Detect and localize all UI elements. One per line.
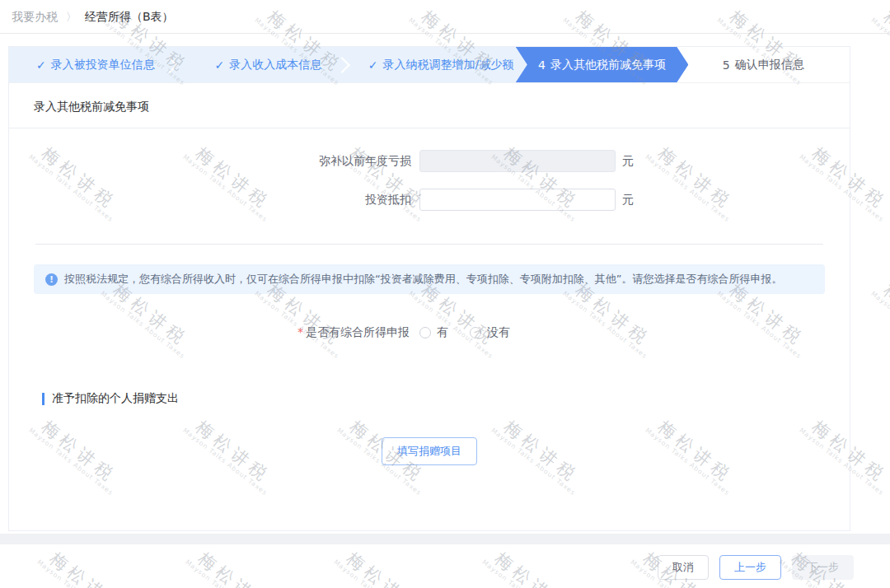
field-row-investment-offset: 投资抵扣 元	[9, 189, 850, 211]
step-wizard: ✓ 录入被投资单位信息 ✓ 录入收入成本信息 ✓ 录入纳税调整增加/减少额 4 …	[9, 47, 850, 83]
field-label: 投资抵扣	[9, 193, 419, 208]
field-label: 弥补以前年度亏损	[9, 154, 419, 169]
step-label: 录入纳税调整增加/减少额	[382, 58, 513, 72]
step-label: 确认申报信息	[735, 58, 804, 72]
radio-circle-icon[interactable]	[470, 327, 481, 338]
watermark: 梅松讲税Mayson Talks About Taxes	[876, 278, 890, 365]
field-row-prior-year-loss: 弥补以前年度亏损 元	[9, 150, 850, 172]
investment-offset-input[interactable]	[419, 189, 616, 211]
step-label: 录入被投资单位信息	[51, 58, 155, 72]
check-icon: ✓	[36, 58, 46, 72]
unit-label: 元	[622, 193, 634, 208]
unit-label: 元	[622, 154, 634, 169]
radio-group-label: *是否有综合所得申报	[9, 325, 419, 340]
footer-action-bar: 取消 上一步 下一步	[0, 544, 890, 588]
notice-text: 按照税法规定，您有综合所得收入时，仅可在综合所得申报中扣除“投资者减除费用、专项…	[64, 272, 782, 287]
check-icon: ✓	[368, 58, 378, 72]
page-title: 录入其他税前减免事项	[9, 83, 850, 128]
breadcrumb: 我要办税 〉 经营所得（B表）	[0, 0, 890, 33]
check-icon: ✓	[215, 58, 225, 72]
step-1-invested-unit-info[interactable]: ✓ 录入被投资单位信息	[9, 47, 182, 82]
donation-title-text: 准予扣除的个人捐赠支出	[52, 391, 179, 406]
cancel-button[interactable]: 取消	[658, 555, 709, 580]
step-2-income-cost-info[interactable]: ✓ 录入收入成本信息	[182, 47, 355, 82]
radio-option-no[interactable]: 没有	[470, 325, 510, 340]
step-number: 4	[538, 58, 546, 72]
breadcrumb-separator-icon: 〉	[66, 10, 77, 25]
required-asterisk: *	[297, 325, 303, 338]
section-divider	[35, 244, 823, 245]
title-accent-bar	[42, 393, 44, 405]
step-5-confirm-declaration[interactable]: 5 确认申报信息	[677, 47, 850, 82]
radio-circle-icon[interactable]	[419, 327, 431, 338]
page: 我要办税 〉 经营所得（B表） ✓ 录入被投资单位信息 ✓ 录入收入成本信息 ✓…	[0, 0, 890, 588]
donation-section-title: 准予扣除的个人捐赠支出	[42, 391, 850, 406]
prior-year-loss-input	[419, 150, 616, 172]
chevron-right-icon	[162, 57, 178, 73]
previous-step-button[interactable]: 上一步	[719, 555, 781, 580]
fill-donation-items-button[interactable]: 填写捐赠项目	[382, 437, 477, 465]
breadcrumb-current: 经营所得（B表）	[85, 10, 174, 25]
deduction-form: 弥补以前年度亏损 元 投资抵扣 元	[9, 128, 850, 232]
step-3-tax-adjustment[interactable]: ✓ 录入纳税调整增加/减少额	[354, 47, 527, 82]
step-label: 录入收入成本信息	[229, 58, 321, 72]
next-step-button-disabled[interactable]: 下一步	[792, 555, 854, 580]
comprehensive-income-radio-group: *是否有综合所得申报 有 没有	[9, 325, 850, 340]
breadcrumb-parent[interactable]: 我要办税	[12, 10, 58, 25]
info-icon: !	[45, 273, 58, 286]
step-4-pretax-deductions-active[interactable]: 4 录入其他税前减免事项	[516, 47, 689, 82]
main-card: ✓ 录入被投资单位信息 ✓ 录入收入成本信息 ✓ 录入纳税调整增加/减少额 4 …	[8, 46, 850, 531]
radio-option-label: 没有	[487, 325, 510, 340]
step-label: 录入其他税前减免事项	[550, 58, 666, 72]
radio-option-yes[interactable]: 有	[419, 325, 448, 340]
footer-separator-band	[0, 534, 890, 544]
chevron-right-icon	[334, 57, 350, 73]
radio-option-label: 有	[437, 325, 448, 340]
step-number: 5	[723, 58, 730, 72]
tax-law-notice-banner: ! 按照税法规定，您有综合所得收入时，仅可在综合所得申报中扣除“投资者减除费用、…	[34, 264, 825, 294]
header-divider	[0, 33, 890, 34]
